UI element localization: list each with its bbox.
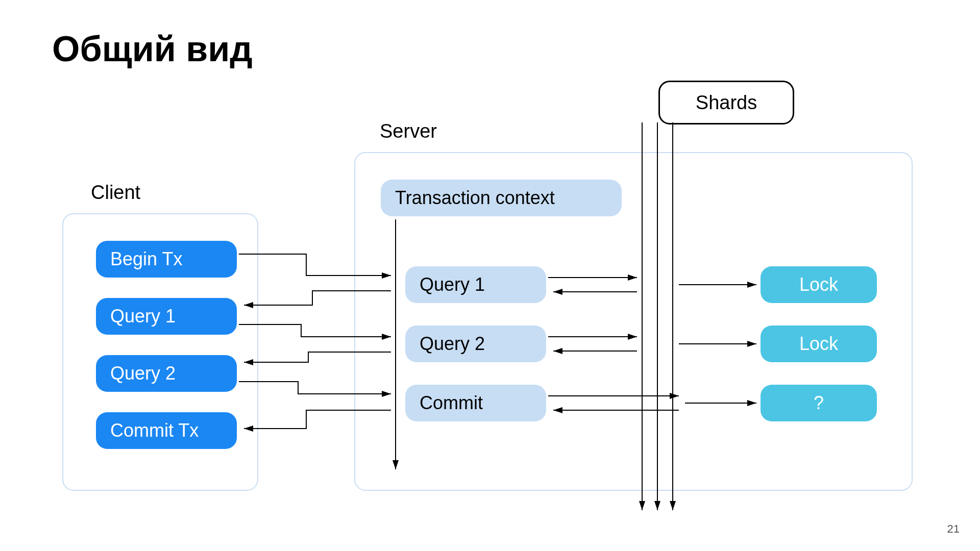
server-transaction-context-label: Transaction context (395, 187, 555, 209)
shards-label: Shards (696, 92, 757, 114)
slide-title: Общий вид (52, 29, 253, 69)
client-query-2-label: Query 2 (110, 363, 176, 384)
shard-unknown-label: ? (814, 392, 824, 414)
shard-lock-1-label: Lock (799, 274, 838, 295)
page-number: 21 (947, 522, 960, 536)
server-query-1-label: Query 1 (420, 274, 485, 295)
shard-unknown: ? (761, 385, 877, 421)
client-query-1: Query 1 (96, 298, 237, 335)
client-query-1-label: Query 1 (110, 306, 176, 327)
server-commit: Commit (405, 385, 546, 421)
server-label: Server (380, 120, 437, 142)
client-query-2: Query 2 (96, 355, 237, 392)
server-transaction-context: Transaction context (381, 180, 622, 216)
client-label: Client (91, 182, 140, 204)
shards-box: Shards (658, 81, 794, 124)
client-commit-tx: Commit Tx (96, 412, 237, 449)
client-begin-tx-label: Begin Tx (110, 248, 182, 270)
shard-lock-2-label: Lock (799, 333, 838, 355)
shard-lock-2: Lock (761, 325, 877, 362)
shard-lock-1: Lock (761, 266, 877, 303)
server-commit-label: Commit (420, 392, 483, 414)
server-query-1: Query 1 (405, 266, 546, 303)
client-commit-tx-label: Commit Tx (110, 420, 199, 441)
server-query-2-label: Query 2 (420, 333, 485, 355)
server-query-2: Query 2 (405, 325, 546, 362)
client-begin-tx: Begin Tx (96, 241, 237, 278)
